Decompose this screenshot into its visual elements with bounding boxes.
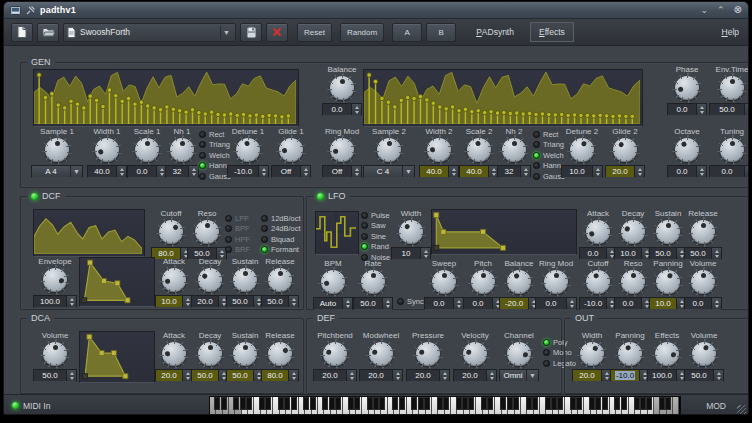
shape1-option-hann[interactable]: Hann — [199, 161, 231, 172]
lfo_volume-knob[interactable] — [691, 270, 715, 294]
lfo_reso-value[interactable]: 0.0 — [614, 297, 652, 310]
a-button[interactable]: A — [392, 23, 422, 42]
velocity-knob[interactable] — [463, 342, 487, 366]
dca-envelope-display[interactable] — [79, 331, 155, 383]
lfo-sync-checkbox[interactable]: Sync — [397, 296, 424, 307]
black-key[interactable] — [424, 397, 430, 410]
lfo_shape-option-pulse[interactable]: Pulse — [361, 210, 390, 221]
tuning-knob[interactable] — [720, 138, 744, 162]
resize-grip[interactable] — [737, 405, 746, 414]
shape1-option-triang[interactable]: Triang — [199, 140, 231, 151]
black-key[interactable] — [399, 397, 405, 410]
dca_decay-value[interactable]: 50.0 — [191, 369, 229, 382]
dca_release-value[interactable]: 80.0 — [261, 369, 299, 382]
dcf_release-value[interactable]: 50.0 — [261, 295, 299, 308]
black-key[interactable] — [437, 397, 443, 410]
glide1-knob[interactable] — [279, 138, 303, 162]
dca_decay-knob[interactable] — [198, 342, 222, 366]
balance-value[interactable]: 0.0 — [322, 103, 362, 116]
black-key[interactable] — [310, 397, 316, 410]
out_effects-value[interactable]: 100.0 — [647, 369, 687, 382]
out_width-value[interactable]: 20.0 — [572, 369, 612, 382]
scale2-value[interactable]: 40.0 — [459, 165, 499, 178]
black-key[interactable] — [500, 397, 506, 410]
width2-value[interactable]: 40.0 — [419, 165, 459, 178]
open-preset-button[interactable] — [37, 23, 59, 42]
detune2-knob[interactable] — [570, 138, 594, 162]
sample2-value[interactable]: C 4▼ — [363, 165, 415, 178]
lfo_ringmod-knob[interactable] — [544, 270, 568, 294]
lfo_shape-option-rand[interactable]: Rand — [361, 242, 390, 253]
dcf_sustain-knob[interactable] — [233, 268, 257, 292]
dcf_slope-option-formant[interactable]: Formant — [261, 245, 301, 256]
black-key[interactable] — [487, 397, 493, 410]
nh1-value[interactable]: 32 — [165, 165, 199, 178]
lfo_rate-knob[interactable] — [361, 270, 385, 294]
help-button[interactable]: Help — [722, 27, 741, 37]
black-key[interactable] — [570, 397, 576, 410]
black-key[interactable] — [392, 397, 398, 410]
out_effects-knob[interactable] — [655, 342, 679, 366]
black-key[interactable] — [468, 397, 474, 410]
shape1-option-gauss[interactable]: Gauss — [199, 171, 231, 182]
tab-padsynth[interactable]: PADsynth — [468, 23, 522, 41]
dca_volume-value[interactable]: 50.0 — [33, 369, 77, 382]
nh1-knob[interactable] — [170, 138, 194, 162]
lfo_shape-option-sine[interactable]: Sine — [361, 231, 390, 242]
black-key[interactable] — [595, 397, 601, 410]
out_volume-knob[interactable] — [692, 342, 716, 366]
scale1-knob[interactable] — [135, 138, 159, 162]
nh2-value[interactable]: 32 — [497, 165, 531, 178]
phase-knob[interactable] — [675, 76, 699, 100]
black-key[interactable] — [557, 397, 563, 410]
ringmod-value[interactable]: Off — [322, 165, 362, 178]
black-key[interactable] — [418, 397, 424, 410]
pressure-knob[interactable] — [416, 342, 440, 366]
preset-combo[interactable]: SwooshForth ▼ — [63, 23, 236, 42]
black-key[interactable] — [646, 397, 652, 410]
dcf_decay-knob[interactable] — [198, 268, 222, 292]
dcf_envelope-knob[interactable] — [43, 268, 67, 292]
lfo_pitch-value[interactable]: 0.0 — [463, 297, 503, 310]
scale1-value[interactable]: 0.0 — [127, 165, 167, 178]
dcf_type-option-lpf[interactable]: LPF — [225, 213, 250, 224]
save-preset-button[interactable] — [240, 23, 262, 42]
lfo_cutoff-value[interactable]: -10.0 — [579, 297, 617, 310]
sample1-knob[interactable] — [45, 138, 69, 162]
tab-effects[interactable]: Effects — [530, 22, 574, 42]
modwheel-knob[interactable] — [369, 342, 393, 366]
out_panning-knob[interactable] — [618, 342, 642, 366]
black-key[interactable] — [589, 397, 595, 410]
white-key[interactable] — [673, 397, 679, 414]
lfo_shape-option-saw[interactable]: Saw — [361, 221, 390, 232]
lfo_sweep-knob[interactable] — [432, 270, 456, 294]
width1-value[interactable]: 40.0 — [87, 165, 127, 178]
black-key[interactable] — [214, 397, 220, 410]
dcf_sustain-value[interactable]: 50.0 — [226, 295, 264, 308]
sample2-knob[interactable] — [377, 138, 401, 162]
titlebar[interactable]: padthv1 ⌄ ⌃ ⊗ — [4, 2, 748, 19]
black-key[interactable] — [532, 397, 538, 410]
dcf_type-option-hpf[interactable]: HPF — [225, 234, 250, 245]
black-key[interactable] — [322, 397, 328, 410]
maximize-icon[interactable]: ⌃ — [717, 5, 725, 15]
black-key[interactable] — [551, 397, 557, 410]
dcf_type-option-brf[interactable]: BRF — [225, 245, 250, 256]
dca_sustain-knob[interactable] — [233, 342, 257, 366]
width1-knob[interactable] — [95, 138, 119, 162]
close-icon[interactable]: ⊗ — [734, 5, 742, 15]
lfo_release-knob[interactable] — [691, 220, 715, 244]
new-preset-button[interactable] — [11, 23, 33, 42]
black-key[interactable] — [291, 397, 297, 410]
dcf_cutoff-knob[interactable] — [159, 220, 183, 244]
lfo_bpm-value[interactable]: Auto — [313, 297, 353, 310]
dcf_slope-option-24dboct[interactable]: 24dB/oct — [261, 224, 301, 235]
lfo_rate-value[interactable]: 50.0 — [353, 297, 393, 310]
black-key[interactable] — [621, 397, 627, 410]
midi-keyboard[interactable] — [209, 396, 681, 414]
sample1-value[interactable]: A 4▼ — [31, 165, 83, 178]
black-key[interactable] — [335, 397, 341, 410]
dcf_reso-knob[interactable] — [195, 220, 219, 244]
lfo-envelope-display[interactable] — [431, 209, 577, 255]
velocity-value[interactable]: 20.0 — [453, 369, 497, 382]
